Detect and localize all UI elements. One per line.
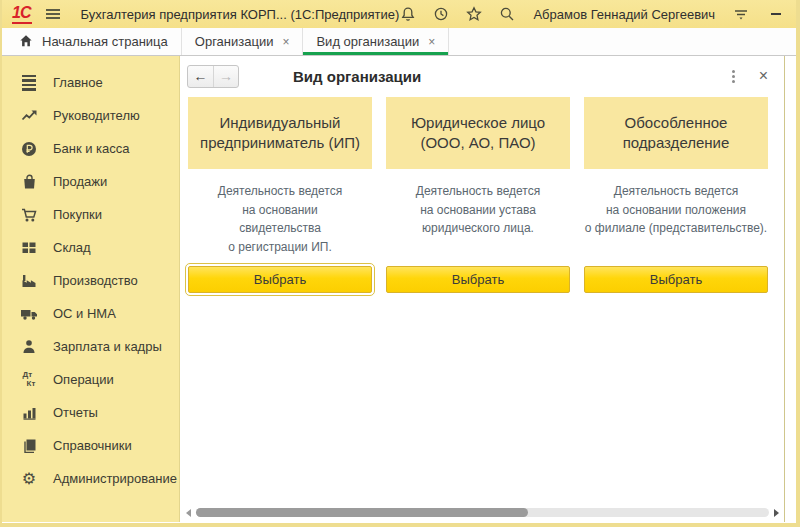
tab-close-icon[interactable]: ×	[428, 36, 435, 48]
warehouse-icon	[19, 239, 39, 257]
horizontal-scrollbar	[186, 506, 779, 519]
minimize-button[interactable]	[765, 4, 787, 24]
tab-label: Организации	[195, 34, 274, 49]
favorites-star-icon[interactable]	[465, 5, 483, 23]
books-icon	[19, 437, 39, 455]
truck-icon	[19, 305, 39, 323]
scrollbar-track[interactable]	[196, 508, 769, 517]
sidebar-item-directories[interactable]: Справочники	[2, 429, 179, 462]
sidebar-item-sales[interactable]: Продажи	[2, 165, 179, 198]
person-icon	[19, 338, 39, 356]
tab-bar: Начальная страница Организации × Вид орг…	[2, 28, 796, 56]
select-legal-entity-button[interactable]: Выбрать	[386, 266, 570, 293]
gear-icon: ⚙	[19, 470, 39, 488]
back-button[interactable]: ←	[188, 66, 213, 87]
sidebar-item-label: Операции	[53, 372, 114, 387]
titlebar-actions: Абрамов Геннадий Сергеевич ×	[399, 4, 800, 24]
trend-icon	[19, 107, 39, 125]
organization-type-cards: Индивидуальный предприниматель (ИП) Деят…	[180, 96, 784, 293]
sidebar-item-label: Отчеты	[53, 405, 98, 420]
sidebar-item-label: Производство	[53, 273, 138, 288]
sidebar-item-fixed-assets[interactable]: ОС и НМА	[2, 297, 179, 330]
sidebar-item-label: Продажи	[53, 174, 107, 189]
menu-lines-icon	[19, 74, 39, 92]
sidebar-item-production[interactable]: Производство	[2, 264, 179, 297]
sidebar-item-manager[interactable]: Руководителю	[2, 99, 179, 132]
sidebar-item-label: Зарплата и кадры	[53, 339, 162, 354]
factory-icon	[19, 272, 39, 290]
tab-close-icon[interactable]: ×	[282, 36, 289, 48]
1c-logo-icon: 1С	[12, 5, 32, 24]
card-title: Индивидуальный предприниматель (ИП)	[188, 97, 372, 169]
cart-icon	[19, 206, 39, 224]
sidebar-item-label: Справочники	[53, 438, 132, 453]
card-title: Юридическое лицо (ООО, АО, ПАО)	[386, 97, 570, 169]
sidebar-item-reports[interactable]: Отчеты	[2, 396, 179, 429]
sidebar-item-operations[interactable]: ДтКт Операции	[2, 363, 179, 396]
card-description: Деятельность ведется на основании устава…	[386, 182, 570, 266]
content-header-actions: ×	[730, 68, 768, 85]
content-area: ← → Вид организации × Индивидуальный пре…	[180, 56, 785, 522]
card-separate-subdivision: Обособленное подразделение Деятельность …	[584, 97, 768, 293]
card-title: Обособленное подразделение	[584, 97, 768, 169]
sidebar-item-label: ОС и НМА	[53, 306, 116, 321]
sidebar-item-bank-cash[interactable]: Банк и касса	[2, 132, 179, 165]
sidebar-item-payroll-hr[interactable]: Зарплата и кадры	[2, 330, 179, 363]
sidebar-item-purchases[interactable]: Покупки	[2, 198, 179, 231]
minimize-icon	[771, 13, 781, 15]
sidebar-item-administration[interactable]: ⚙ Администрирование	[2, 462, 179, 495]
scrollbar-thumb[interactable]	[196, 508, 528, 517]
current-user-name[interactable]: Абрамов Геннадий Сергеевич	[533, 7, 715, 22]
card-legal-entity: Юридическое лицо (ООО, АО, ПАО) Деятельн…	[386, 97, 570, 293]
title-bar: 1С Бухгалтерия предприятия КОРП... (1С:П…	[2, 0, 796, 28]
card-description: Деятельность ведется на основании свидет…	[188, 182, 372, 266]
search-icon[interactable]	[498, 5, 516, 23]
tab-label: Вид организации	[316, 34, 419, 49]
select-separate-subdivision-button[interactable]: Выбрать	[584, 266, 768, 293]
home-icon	[19, 34, 33, 50]
sidebar-item-label: Покупки	[53, 207, 102, 222]
sidebar-item-label: Банк и касса	[53, 141, 130, 156]
content-header: ← → Вид организации ×	[180, 56, 784, 96]
tab-organization-type[interactable]: Вид организации ×	[303, 28, 449, 55]
select-individual-entrepreneur-button[interactable]: Выбрать	[188, 266, 372, 293]
card-description: Деятельность ведется на основании положе…	[584, 182, 768, 266]
sidebar-item-label: Склад	[53, 240, 91, 255]
app-window: 1С Бухгалтерия предприятия КОРП... (1С:П…	[0, 0, 800, 527]
scroll-left-arrow[interactable]	[186, 509, 191, 517]
tab-label: Начальная страница	[42, 34, 168, 49]
page-title: Вид организации	[293, 68, 421, 85]
bar-chart-icon	[19, 404, 39, 422]
sidebar-item-label: Руководителю	[53, 108, 140, 123]
sections-sidebar: Главное Руководителю Банк и касса Продаж…	[2, 56, 180, 522]
sidebar-item-main[interactable]: Главное	[2, 66, 179, 99]
sidebar-item-warehouse[interactable]: Склад	[2, 231, 179, 264]
sidebar-item-label: Администрирование	[53, 471, 177, 486]
close-form-icon[interactable]: ×	[759, 68, 768, 84]
main-menu-icon[interactable]	[46, 9, 60, 19]
service-menu-icon[interactable]	[732, 5, 750, 23]
window-body: Главное Руководителю Банк и касса Продаж…	[2, 56, 796, 522]
tab-organizations[interactable]: Организации ×	[182, 28, 304, 55]
sidebar-item-label: Главное	[53, 75, 103, 90]
ruble-icon	[19, 140, 39, 158]
app-title: Бухгалтерия предприятия КОРП... (1С:Пред…	[80, 7, 399, 22]
tab-home[interactable]: Начальная страница	[6, 28, 182, 55]
dt-kt-icon: ДтКт	[19, 371, 39, 389]
forward-button[interactable]: →	[213, 66, 238, 87]
bag-icon	[19, 173, 39, 191]
scroll-right-arrow[interactable]	[774, 509, 779, 517]
more-menu-icon[interactable]	[730, 68, 737, 85]
card-individual-entrepreneur: Индивидуальный предприниматель (ИП) Деят…	[188, 97, 372, 293]
history-icon[interactable]	[432, 5, 450, 23]
notifications-bell-icon[interactable]	[399, 5, 417, 23]
history-nav: ← →	[187, 65, 239, 88]
